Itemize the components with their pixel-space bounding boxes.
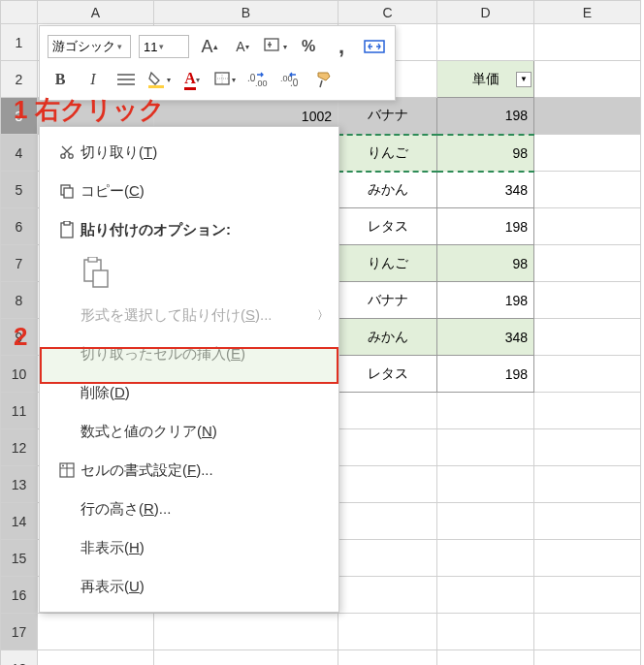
- cell[interactable]: [338, 466, 437, 503]
- row-header[interactable]: 16: [1, 577, 38, 614]
- row-header[interactable]: 13: [1, 466, 38, 503]
- row-header[interactable]: 18: [1, 650, 38, 666]
- menu-delete[interactable]: 削除(D): [40, 373, 338, 412]
- row-header[interactable]: 8: [1, 282, 38, 319]
- cell[interactable]: みかん: [338, 319, 437, 356]
- row-header[interactable]: 12: [1, 429, 38, 466]
- cell[interactable]: [534, 466, 641, 503]
- menu-insert-cut-cells[interactable]: 切り取ったセルの挿入(E): [40, 334, 338, 373]
- row-header[interactable]: 10: [1, 356, 38, 393]
- cell[interactable]: [437, 429, 534, 466]
- cell[interactable]: 98: [437, 135, 534, 172]
- cell[interactable]: [38, 650, 154, 666]
- cell[interactable]: りんご: [338, 135, 437, 172]
- cell[interactable]: [534, 24, 641, 61]
- cell[interactable]: [338, 650, 437, 666]
- paste-option-icon[interactable]: [80, 254, 112, 291]
- row-header[interactable]: 1: [1, 24, 38, 61]
- corner-cell[interactable]: [1, 1, 38, 24]
- menu-hide[interactable]: 非表示(H): [40, 528, 338, 567]
- cell[interactable]: [534, 577, 641, 614]
- cell[interactable]: [437, 466, 534, 503]
- bold-icon[interactable]: B: [48, 67, 73, 92]
- menu-clear[interactable]: 数式と値のクリア(N): [40, 412, 338, 451]
- cell[interactable]: [338, 429, 437, 466]
- cell[interactable]: [534, 393, 641, 429]
- cell[interactable]: 198: [437, 208, 534, 245]
- col-header-b[interactable]: B: [154, 1, 338, 24]
- cell[interactable]: [437, 393, 534, 429]
- cell[interactable]: [437, 540, 534, 577]
- menu-format-cells[interactable]: セルの書式設定(F)...: [40, 451, 338, 490]
- menu-unhide[interactable]: 再表示(U): [40, 567, 338, 606]
- cell[interactable]: りんご: [338, 245, 437, 282]
- row-header[interactable]: 15: [1, 540, 38, 577]
- cell[interactable]: 198: [437, 98, 534, 135]
- cell[interactable]: みかん: [338, 172, 437, 208]
- cell[interactable]: [338, 577, 437, 614]
- font-name-combo[interactable]: 游ゴシック▾: [48, 35, 131, 58]
- row-header[interactable]: 2: [1, 61, 38, 98]
- cell[interactable]: [534, 245, 641, 282]
- increase-decimal-icon[interactable]: .00.0: [278, 67, 304, 92]
- cell[interactable]: [437, 577, 534, 614]
- row-header[interactable]: 4: [1, 135, 38, 172]
- cell[interactable]: [534, 208, 641, 245]
- borders-icon[interactable]: ▾: [212, 67, 238, 92]
- cell[interactable]: [534, 356, 641, 393]
- cell[interactable]: 198: [437, 356, 534, 393]
- cell[interactable]: 98: [437, 245, 534, 282]
- font-color-icon[interactable]: A▾: [179, 67, 205, 92]
- cell[interactable]: 348: [437, 319, 534, 356]
- cell[interactable]: 198: [437, 282, 534, 319]
- comma-icon[interactable]: ,: [329, 34, 354, 59]
- cell[interactable]: [534, 429, 641, 466]
- cell[interactable]: 348: [437, 172, 534, 208]
- row-header[interactable]: 11: [1, 393, 38, 429]
- decrease-font-icon[interactable]: A▾: [230, 34, 255, 59]
- cell[interactable]: [338, 614, 437, 650]
- col-header-a[interactable]: A: [38, 1, 154, 24]
- cell[interactable]: [534, 503, 641, 540]
- format-painter-icon[interactable]: [311, 67, 337, 92]
- cell[interactable]: [534, 135, 641, 172]
- col-header-e[interactable]: E: [534, 1, 641, 24]
- cell[interactable]: [437, 650, 534, 666]
- cell[interactable]: [437, 503, 534, 540]
- cell[interactable]: [534, 614, 641, 650]
- cell[interactable]: [534, 172, 641, 208]
- row-header[interactable]: 17: [1, 614, 38, 650]
- cell[interactable]: [338, 540, 437, 577]
- cell[interactable]: [437, 614, 534, 650]
- align-icon[interactable]: [113, 67, 139, 92]
- cell[interactable]: [534, 650, 641, 666]
- row-header[interactable]: 7: [1, 245, 38, 282]
- increase-font-icon[interactable]: A▴: [197, 34, 222, 59]
- decrease-decimal-icon[interactable]: .0.00: [245, 67, 271, 92]
- cell[interactable]: [154, 614, 338, 650]
- cell-price-header[interactable]: 単価 ▼: [437, 61, 534, 98]
- cell[interactable]: [534, 282, 641, 319]
- cell[interactable]: [534, 61, 641, 98]
- cell[interactable]: バナナ: [338, 98, 437, 135]
- fill-color-icon[interactable]: ▾: [146, 67, 172, 92]
- row-header[interactable]: 14: [1, 503, 38, 540]
- cell[interactable]: [154, 650, 338, 666]
- menu-copy[interactable]: コピー(C): [40, 172, 338, 210]
- cell[interactable]: [534, 319, 641, 356]
- cell[interactable]: [38, 614, 154, 650]
- row-header[interactable]: 5: [1, 172, 38, 208]
- cell[interactable]: [437, 24, 534, 61]
- filter-dropdown-icon[interactable]: ▼: [516, 72, 531, 87]
- accounting-format-icon[interactable]: ▾: [263, 34, 288, 59]
- italic-icon[interactable]: I: [80, 67, 106, 92]
- merge-icon[interactable]: [362, 34, 387, 59]
- cell[interactable]: [338, 503, 437, 540]
- cell[interactable]: バナナ: [338, 282, 437, 319]
- cell[interactable]: レタス: [338, 356, 437, 393]
- font-size-combo[interactable]: 11▾: [139, 35, 189, 58]
- cell[interactable]: [338, 393, 437, 429]
- cell[interactable]: [534, 98, 641, 135]
- cell[interactable]: レタス: [338, 208, 437, 245]
- row-header[interactable]: 6: [1, 208, 38, 245]
